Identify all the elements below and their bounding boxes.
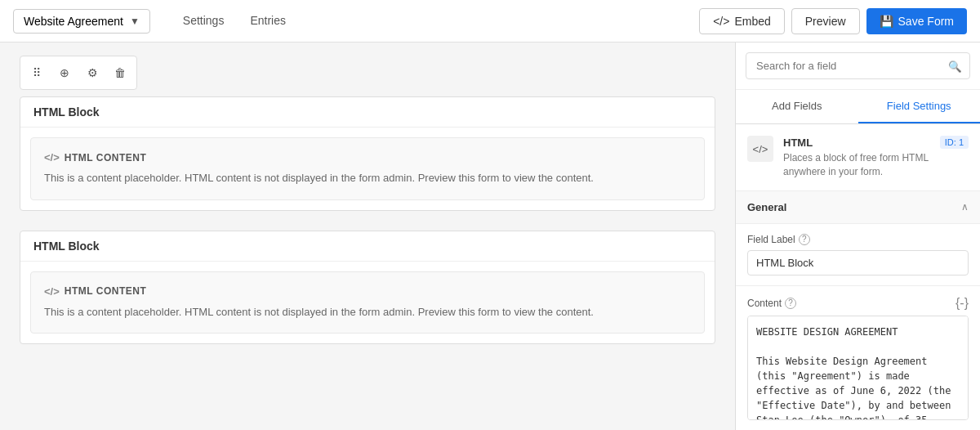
add-icon: ⊕ — [60, 66, 69, 79]
block-toolbar: ⠿ ⊕ ⚙ 🗑 — [20, 56, 137, 90]
preview-button[interactable]: Preview — [791, 8, 860, 34]
html-code-icon: </> — [753, 143, 768, 155]
tab-settings[interactable]: Settings — [170, 2, 238, 40]
html-content-2-text: This is a content placeholder. HTML cont… — [44, 304, 691, 320]
field-label-help-icon[interactable]: ? — [799, 234, 810, 245]
field-label-input[interactable] — [747, 250, 969, 275]
html-content-1-text: This is a content placeholder. HTML cont… — [44, 170, 691, 186]
form-name: Website Agreement — [24, 15, 123, 28]
save-button[interactable]: 💾 Save Form — [866, 8, 967, 34]
field-label-row: Field Label ? — [747, 234, 969, 245]
save-icon: 💾 — [880, 15, 893, 28]
settings-block-button[interactable]: ⚙ — [79, 60, 105, 86]
topbar-right: </> Embed Preview 💾 Save Form — [699, 8, 967, 34]
tab-field-settings[interactable]: Field Settings — [858, 90, 981, 123]
general-section-header: General ∧ — [736, 191, 980, 224]
topbar: Website Agreement ▼ Settings Entries </>… — [0, 0, 980, 43]
general-section-title: General — [747, 201, 786, 213]
field-desc: Places a block of free form HTML anywher… — [783, 151, 969, 179]
save-label: Save Form — [898, 15, 954, 28]
html-block-1-title: HTML Block — [20, 97, 715, 128]
content-label-left: Content ? — [747, 298, 796, 309]
embed-button[interactable]: </> Embed — [699, 8, 785, 34]
tab-add-fields[interactable]: Add Fields — [736, 90, 858, 123]
content-textarea[interactable] — [747, 316, 969, 420]
field-label-section: Field Label ? — [736, 224, 980, 286]
delete-block-button[interactable]: 🗑 — [107, 60, 133, 86]
search-input[interactable] — [746, 52, 970, 79]
field-info-top: HTML ID: 1 — [783, 136, 969, 149]
left-panel: ⠿ ⊕ ⚙ 🗑 HTML Block </> HTML CONTENT This… — [0, 43, 735, 430]
search-bar: 🔍 — [736, 43, 980, 90]
field-info-text: HTML ID: 1 Places a block of free form H… — [783, 136, 969, 179]
dropdown-arrow-icon: ▼ — [130, 16, 140, 27]
html-block-1: HTML Block </> HTML CONTENT This is a co… — [20, 96, 715, 211]
section-toggle-icon[interactable]: ∧ — [961, 201, 969, 213]
drag-handle-button[interactable]: ⠿ — [24, 60, 50, 86]
html-block-1-content: </> HTML CONTENT This is a content place… — [30, 137, 705, 200]
add-block-button[interactable]: ⊕ — [51, 60, 78, 86]
form-selector[interactable]: Website Agreement ▼ — [13, 9, 150, 34]
field-label-text: Field Label — [747, 234, 795, 245]
code-icon: </> — [713, 15, 729, 28]
search-input-wrap: 🔍 — [746, 52, 970, 79]
html-content-1-label: HTML CONTENT — [65, 152, 146, 163]
content-help-icon[interactable]: ? — [785, 298, 796, 309]
topbar-left: Website Agreement ▼ Settings Entries — [13, 2, 299, 40]
field-info: </> HTML ID: 1 Places a block of free fo… — [736, 124, 980, 191]
search-icon-button[interactable]: 🔍 — [948, 60, 962, 72]
field-type-icon: </> — [747, 136, 773, 162]
content-label-row: Content ? {-} — [747, 296, 969, 311]
html-content-2-header: </> HTML CONTENT — [44, 285, 691, 298]
html-block-2-title: HTML Block — [20, 231, 715, 262]
right-panel: 🔍 Add Fields Field Settings </> HTML ID:… — [735, 43, 980, 430]
nav-tabs: Settings Entries — [170, 2, 299, 40]
html-content-1-header: </> HTML CONTENT — [44, 151, 691, 163]
html-block-2-content: </> HTML CONTENT This is a content place… — [30, 271, 705, 334]
tab-entries[interactable]: Entries — [237, 2, 299, 40]
html-content-2-label: HTML CONTENT — [65, 285, 146, 297]
html-block-2: HTML Block </> HTML CONTENT This is a co… — [20, 231, 715, 345]
main-layout: ⠿ ⊕ ⚙ 🗑 HTML Block </> HTML CONTENT This… — [0, 43, 980, 430]
content-label-text: Content — [747, 298, 782, 309]
drag-icon: ⠿ — [33, 66, 41, 79]
field-id-badge: ID: 1 — [940, 136, 969, 149]
field-type-name: HTML — [783, 137, 813, 149]
settings-icon: ⚙ — [87, 66, 98, 79]
trash-icon: 🗑 — [114, 66, 126, 79]
code-icon-2: </> — [44, 285, 60, 298]
embed-label: Embed — [734, 15, 770, 28]
content-expand-button[interactable]: {-} — [956, 296, 969, 311]
panel-tabs: Add Fields Field Settings — [736, 90, 980, 124]
content-section: Content ? {-} — [736, 286, 980, 430]
code-icon-1: </> — [44, 151, 60, 163]
search-icon: 🔍 — [948, 60, 962, 72]
